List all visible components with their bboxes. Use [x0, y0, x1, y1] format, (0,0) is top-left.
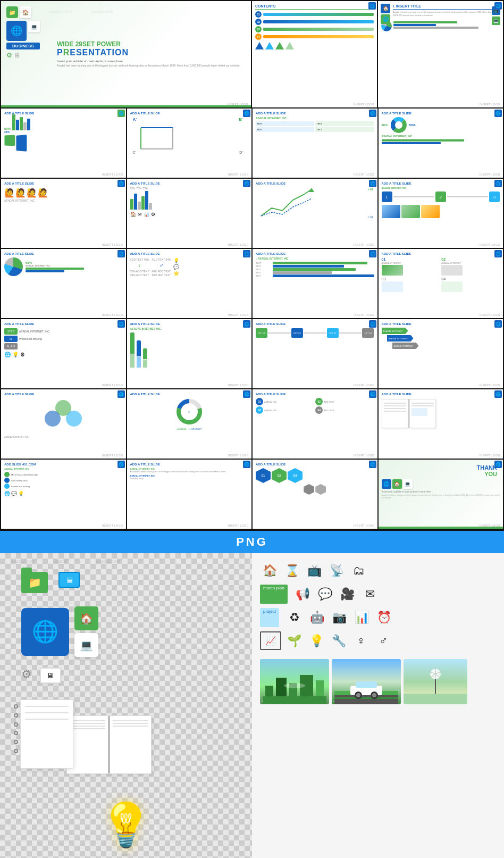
slide-row6-2[interactable]: ADD A TITLE SLIDE ○ ● ASADAL ● INTERNET …	[127, 389, 252, 459]
slide-badge-it: 🌐	[494, 2, 502, 10]
bl4	[70, 728, 105, 729]
ci-bar-4	[263, 35, 374, 38]
icons-row-4: 📈 🌱 💡 🔧 ♀ ♂	[260, 631, 496, 651]
badge-r2-2: 🌐	[243, 110, 250, 117]
add-title-r2-1: ADD A TITLE SLIDE	[4, 112, 123, 115]
book-line3	[384, 408, 406, 409]
slide-row4-4[interactable]: ADD A TITLE SLIDE 01 ASADAL INTERNET 02 …	[379, 249, 503, 318]
slide-row2-1[interactable]: ADD A TITLE SLIDE 50% 23%	[1, 109, 126, 178]
spiral-dot-3	[14, 722, 18, 727]
spiral-dot-2	[14, 713, 18, 718]
insert-title-slide[interactable]: asadal.com 🏠 🌐 I. INSERT TITLE Asadal ha…	[378, 1, 503, 107]
legend-green: ● ASADAL	[177, 428, 187, 430]
mini-icon-speech: 💬	[173, 264, 179, 270]
num-circle-04: 04	[315, 406, 323, 414]
badge-r4-4: 🌐	[494, 250, 502, 257]
folder-icon-sq: 📁	[6, 6, 18, 18]
internet-label1: ASADAL INTERNET, INC.	[256, 116, 374, 120]
slide-row3-2[interactable]: ADD A TITLE SLIDE 25% 70% 75% 🏠 ✉	[127, 179, 252, 248]
female-pct3: 79% ADD TEXT	[130, 273, 149, 277]
insert-logo-r7-3: INSERT LOGO	[354, 524, 375, 527]
contents-slide[interactable]: asadal.com CONTENTS 01 02 03 04	[252, 1, 377, 107]
slide-row3-4[interactable]: ADD A TITLE SLIDE ASADAL INTERNET, INC. …	[379, 179, 503, 248]
slide-row7-2[interactable]: ADD A TITLE SLIDE ASADAL INTERNET, INC. …	[127, 460, 252, 529]
svg-rect-16	[334, 697, 398, 699]
step3: 3	[489, 191, 500, 202]
contents-item-3: 03	[255, 26, 374, 32]
row-6: ADD A TITLE SLIDE ASADAL INTERNET, INC. …	[1, 389, 503, 459]
hero-slide[interactable]: asadal.com asadal.com asadal.com 📁 🏠 🌐 💻…	[1, 1, 251, 107]
svg-point-14	[284, 683, 305, 688]
venn-diagram	[42, 397, 85, 435]
insert-logo-r6-2: INSERT LOGO	[228, 454, 249, 457]
badge-r2-1: 🌐	[117, 110, 125, 117]
slide-row4-1[interactable]: ADD A TITLE SLIDE 60% ASADAL INTERNET, I…	[1, 249, 126, 318]
arrow-chart: > 03 > 01	[256, 187, 374, 224]
slide-row2-2[interactable]: ADD A TITLE SLIDE A' B' C' D' INSERT LOG…	[127, 109, 252, 178]
asadal-label-r3-1: ASADAL INTERNET, INC.	[4, 199, 123, 202]
body-text-r7-2: Asadal has been running one of the bigge…	[130, 470, 249, 473]
bar4	[23, 122, 27, 130]
num-img-01: 01 ASADAL INC	[256, 398, 314, 405]
slide-row4-3[interactable]: ADD A TITLE SLIDE ↑ ASADAL INTERNET, INC…	[253, 249, 377, 318]
nb-line1	[25, 706, 69, 707]
vert-group3	[143, 348, 147, 368]
step-icon2: 💡	[12, 352, 19, 357]
triangle-ltgreen	[285, 42, 294, 49]
add-title-r3-2: ADD A TITLE SLIDE	[130, 182, 249, 185]
bc-bar3	[138, 202, 141, 210]
project-badge: project	[260, 608, 279, 627]
num-circle-03: 03	[256, 406, 263, 414]
add-title-r5-3: ADD A TITLE SLIDE	[256, 322, 374, 326]
slide-row2-3[interactable]: ADD A TITLE SLIDE ASADAL INTERNET, INC. …	[253, 109, 377, 178]
slide-row5-1[interactable]: ADD A TITLE SLIDE STEP ASADAL INTERNET, …	[1, 319, 126, 388]
body-text-r7-2b: Probably Help.	[130, 477, 249, 480]
green-accent-bar	[1, 105, 251, 107]
notebook-lines	[21, 700, 73, 726]
white-laptop-square: 💻	[74, 633, 98, 657]
triangle-blue	[255, 42, 264, 49]
insert-logo-r2-2: INSERT LOGO	[228, 173, 249, 176]
slide-row4-2[interactable]: ADD A TITLE SLIDE ADD TEXT 46% ♀ 55% ADD…	[127, 249, 252, 318]
slide-row6-1[interactable]: ADD A TITLE SLIDE ASADAL INTERNET, INC. …	[1, 389, 126, 459]
insert-logo-r6-1: INSERT LOGO	[102, 454, 123, 457]
slide-row7-3[interactable]: ADD A TITLE SLIDE 01 02 03 INSERT LOGO 🌐	[253, 460, 377, 529]
slide-row5-3[interactable]: ADD A TITLE SLIDE OPT 01 OPT 02 OPT 03 O…	[253, 319, 377, 388]
num-02: 02	[441, 257, 500, 261]
photo-block2	[401, 205, 420, 218]
slide-row6-4[interactable]: ADD A TITLE SLIDE I	[379, 389, 503, 459]
add-title-r4-1: ADD A TITLE SLIDE	[4, 252, 123, 255]
num-text-04: ADD TEXT	[324, 409, 334, 412]
num-02-label: ASADAL INTERNET	[441, 262, 500, 264]
slide-thank-you[interactable]: THANKYOU 🌐 🏠 💻 Insert your subtitle or m…	[379, 460, 503, 529]
badge-r6-1: 🌐	[117, 390, 125, 398]
vbar2	[137, 340, 141, 356]
chevron-row3: ASADAL INTERNET	[392, 343, 500, 349]
insert-logo-r5-1: INSERT LOGO	[102, 384, 123, 387]
slide-row5-2[interactable]: ADD A TITLE SLIDE ASADAL INTERNET, INC.	[127, 319, 252, 388]
slide-row3-1[interactable]: ADD A TITLE SLIDE 🙋 🙋 🙋 🙋 ASADAL INTERNE…	[1, 179, 126, 248]
icons-row-1: 🏠 ⌛ 📺 📡 🗂	[260, 561, 496, 580]
ci-num-2: 02	[255, 19, 262, 25]
notebook-group	[16, 699, 241, 774]
female-icon: ♀	[137, 262, 142, 269]
arrow-decorations	[255, 42, 374, 49]
slide-row5-4[interactable]: ADD A TITLE SLIDE ASADAL INTERNET ASADAL…	[379, 319, 503, 388]
bar-chart-r3-2	[130, 191, 249, 210]
mini-icon-lightbulb: 💡	[173, 258, 179, 263]
nature-svg	[404, 664, 467, 704]
mini-icon-star: ⭐	[173, 271, 179, 276]
add-title-r6-2: ADD A TITLE SLIDE	[130, 393, 249, 396]
svg-point-21	[356, 693, 360, 697]
gear-icon1: ⚙	[6, 52, 12, 59]
ty-subtitle: Insert your subtitle or main author's na…	[382, 490, 500, 493]
slide-row3-3[interactable]: ADD A TITLE SLIDE > 03 > 01 INSERT LOGO …	[253, 179, 377, 248]
hero-subtitle: Insert your subtitle or main author's na…	[57, 60, 246, 63]
slide-row2-4[interactable]: ADD A TITLE SLIDE 30% 50% ASADAL INTERNE…	[379, 109, 503, 178]
slide-row7-1[interactable]: ADD SLIDE 451 CoM ASADAL INTERNET, INC. …	[1, 460, 126, 529]
book-line4	[384, 411, 406, 412]
slide-row6-3[interactable]: ADD A TITLE SLIDE 01 ASADAL INC 02 ADD T…	[253, 389, 377, 459]
hex-shapes: 01 02 03	[256, 468, 374, 483]
icon-world-r7-1: 🌐	[4, 491, 10, 496]
badge-icon-r3-4: 🌐	[495, 181, 501, 186]
